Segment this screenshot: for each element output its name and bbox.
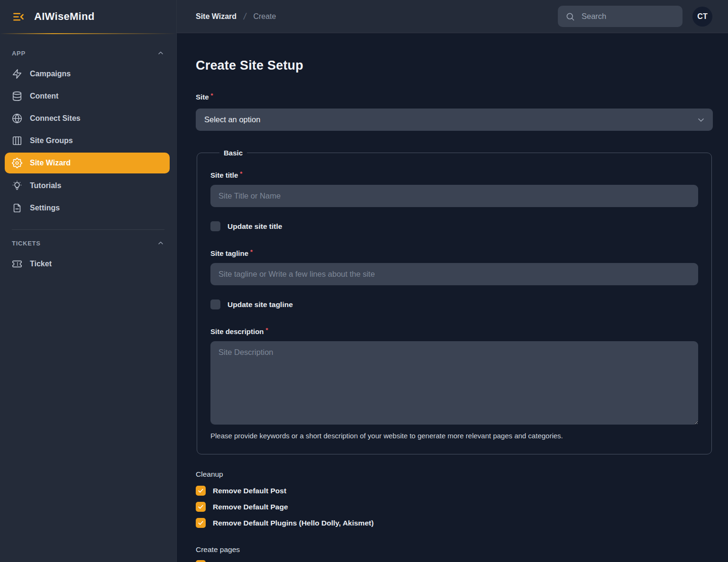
check-icon [198,504,204,510]
site-title-input[interactable] [210,185,698,207]
remove-default-plugins-checkbox[interactable] [196,518,206,528]
chevron-up-icon [157,49,164,57]
sidebar: AIWiseMind APP Campaigns Content Connect… [0,0,177,562]
breadcrumb-separator: / [243,11,247,22]
update-site-title-label: Update site title [228,222,282,231]
required-marker: * [266,327,268,333]
chevron-up-icon [157,239,164,247]
nav-section-tickets[interactable]: TICKETS [0,230,176,253]
site-tagline-input[interactable] [210,263,698,285]
update-site-tagline-checkbox[interactable] [210,299,220,309]
site-select-value: Select an option [204,115,260,124]
sidebar-item-site-groups[interactable]: Site Groups [0,129,176,152]
site-description-help: Please provide keywords or a short descr… [210,432,698,440]
chevron-down-icon [696,115,706,125]
remove-default-page-label: Remove Default Page [213,503,288,511]
gear-icon [12,158,22,168]
required-marker: * [250,249,253,255]
search-input[interactable] [581,11,675,21]
about-page-row[interactable]: About Page [196,560,713,562]
breadcrumb: Site Wizard / Create [196,11,276,22]
sidebar-header: AIWiseMind [0,0,176,33]
content-column: Site Wizard / Create CT Create Site Setu… [177,0,728,562]
brand-logo: AIWiseMind [34,10,94,23]
search-icon [565,12,575,21]
sidebar-item-label: Tutorials [30,181,61,190]
required-marker: * [211,92,213,99]
remove-default-post-checkbox[interactable] [196,486,206,496]
breadcrumb-create: Create [253,12,276,21]
remove-default-page-checkbox[interactable] [196,502,206,512]
site-title-label: Site title * [210,171,698,179]
basic-section: Basic Site title * Update site title Sit… [197,149,712,454]
sidebar-item-campaigns[interactable]: Campaigns [0,63,176,85]
nav-section-label: TICKETS [12,240,41,247]
cleanup-remove-default-plugins-row[interactable]: Remove Default Plugins (Hello Dolly, Aki… [196,518,713,528]
cleanup-remove-default-post-row[interactable]: Remove Default Post [196,486,713,496]
sidebar-item-label: Connect Sites [30,114,81,123]
cleanup-remove-default-page-row[interactable]: Remove Default Page [196,502,713,512]
update-site-title-checkbox[interactable] [210,221,220,231]
site-select[interactable]: Select an option [196,109,713,131]
remove-default-post-label: Remove Default Post [213,487,286,495]
document-icon [12,203,22,213]
lightning-icon [12,69,22,79]
lightbulb-icon [12,181,22,191]
update-site-title-row[interactable]: Update site title [210,221,698,231]
sidebar-item-label: Campaigns [30,70,71,78]
collapse-menu-icon [12,10,25,23]
page-title: Create Site Setup [196,58,713,73]
sidebar-item-label: Settings [30,204,60,212]
sidebar-item-label: Site Wizard [30,159,71,167]
check-icon [198,520,204,526]
sidebar-item-tutorials[interactable]: Tutorials [0,174,176,197]
site-description-textarea[interactable] [210,341,698,425]
site-description-label: Site description * [210,327,698,335]
create-pages-label: Create pages [196,545,713,554]
sidebar-nav: APP Campaigns Content Connect Sites Site… [0,34,176,275]
breadcrumb-site-wizard[interactable]: Site Wizard [196,12,237,21]
basic-section-legend: Basic [219,149,247,157]
sidebar-item-site-wizard[interactable]: Site Wizard [5,153,170,173]
ticket-icon [12,259,22,269]
sidebar-item-ticket[interactable]: Ticket [0,253,176,275]
search-bar [558,6,682,27]
sidebar-item-label: Ticket [30,260,52,268]
update-site-tagline-row[interactable]: Update site tagline [210,299,698,309]
sidebar-item-settings[interactable]: Settings [0,197,176,219]
site-field-label: Site * [196,93,713,101]
site-tagline-label: Site tagline * [210,249,698,257]
globe-icon [12,113,22,124]
update-site-tagline-label: Update site tagline [228,300,293,309]
main-content: Create Site Setup Site * Select an optio… [177,33,728,562]
columns-icon [12,136,22,146]
check-icon [198,488,204,494]
avatar[interactable]: CT [692,7,712,27]
nav-section-label: APP [12,50,26,57]
sidebar-item-label: Site Groups [30,136,73,145]
sidebar-item-content[interactable]: Content [0,85,176,107]
topbar: Site Wizard / Create CT [177,0,728,33]
nav-section-app[interactable]: APP [0,40,176,63]
collapse-menu-button[interactable] [11,9,26,24]
required-marker: * [240,171,242,177]
about-page-checkbox[interactable] [196,560,206,562]
database-icon [12,91,22,101]
sidebar-item-label: Content [30,92,58,100]
sidebar-item-connect-sites[interactable]: Connect Sites [0,107,176,129]
app-root: AIWiseMind APP Campaigns Content Connect… [0,0,728,562]
cleanup-label: Cleanup [196,470,713,479]
remove-default-plugins-label: Remove Default Plugins (Hello Dolly, Aki… [213,519,373,527]
